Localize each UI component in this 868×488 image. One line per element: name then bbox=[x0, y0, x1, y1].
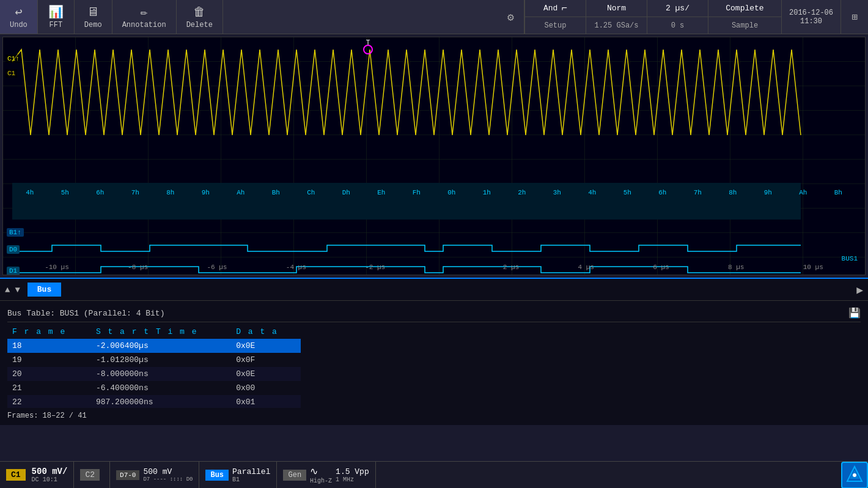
trigger-mode-label: Norm bbox=[607, 4, 626, 13]
bus-type: Parallel bbox=[232, 467, 270, 476]
cell-start-time: -2.006400µs bbox=[91, 339, 231, 353]
time-10: 10 µs bbox=[803, 264, 823, 271]
time-m4: -4 µs bbox=[286, 264, 306, 271]
bus-number: B1 bbox=[232, 476, 240, 483]
demo-icon: 🖥 bbox=[87, 5, 99, 20]
hex-4h2: 4h bbox=[588, 189, 596, 196]
trigger-type[interactable]: And ⌐ bbox=[525, 0, 586, 17]
svg-rect-3 bbox=[3, 37, 865, 275]
hex-7h: 7h bbox=[131, 189, 139, 196]
svg-point-11 bbox=[853, 473, 856, 477]
date-display: 2016-12-06 bbox=[789, 9, 833, 17]
gen-freq: 1 MHz bbox=[336, 476, 354, 483]
trigger-group: And ⌐ Setup bbox=[525, 0, 586, 34]
hex-8h2: 8h bbox=[729, 189, 737, 196]
fft-icon: 📊 bbox=[48, 4, 64, 20]
hex-3h: 3h bbox=[553, 189, 561, 196]
datetime-display: 2016-12-06 11:30 bbox=[782, 0, 841, 34]
acquisition-status[interactable]: Complete bbox=[708, 0, 781, 17]
cell-data: 0x0F bbox=[231, 353, 301, 367]
hex-fh: Fh bbox=[413, 189, 421, 196]
hex-1h: 1h bbox=[483, 189, 491, 196]
ch1-scale-label: C1↑ bbox=[6, 54, 21, 63]
trigger-mode[interactable]: Norm bbox=[586, 0, 647, 17]
hex-bh2: Bh bbox=[834, 189, 842, 196]
ch1-volts: 500 mV/ bbox=[32, 467, 68, 476]
cell-frame: 18 bbox=[7, 339, 91, 353]
time-offset: 0 s bbox=[647, 17, 708, 34]
status-bar: C1 500 mV/ DC 10:1 C2 D7-0 500 mV D7 ---… bbox=[0, 461, 868, 488]
svg-rect-5 bbox=[12, 183, 801, 220]
setup-label: Setup bbox=[544, 21, 566, 30]
panel-right-arrow[interactable]: ▶ bbox=[856, 283, 863, 297]
digital-status[interactable]: D7-0 500 mV D7 ---- ↕↕↕↕ D0 bbox=[110, 462, 199, 488]
status-label: Complete bbox=[726, 4, 763, 13]
time-div[interactable]: 2 µs/ bbox=[647, 0, 708, 17]
bus-status[interactable]: Bus Parallel B1 bbox=[199, 462, 277, 488]
frames-info: Frames: 18–22 / 41 bbox=[7, 408, 861, 423]
table-row[interactable]: 19 -1.012800µs 0x0F bbox=[7, 353, 301, 367]
annotation-label: Annotation bbox=[122, 21, 166, 29]
ch2-status[interactable]: C2 bbox=[74, 462, 110, 488]
ch2-badge: C2 bbox=[80, 469, 100, 481]
time-div-value: 2 µs/ bbox=[666, 4, 690, 13]
bus-table-title: Bus Table: BUS1 (Parallel: 4 Bit) 💾 bbox=[7, 303, 861, 322]
trigger-setup[interactable]: Setup bbox=[525, 17, 586, 34]
hex-bh: Bh bbox=[272, 189, 280, 196]
trigger-mode-group: Norm 1.25 GSa/s bbox=[586, 0, 647, 34]
save-icon[interactable]: 💾 bbox=[848, 307, 861, 319]
col-frame: F r a m e bbox=[7, 325, 91, 339]
bus-table-title-text: Bus Table: BUS1 (Parallel: 4 Bit) bbox=[7, 309, 164, 318]
ch1-ref-label: C1 bbox=[6, 69, 17, 78]
ch1-status[interactable]: C1 500 mV/ DC 10:1 bbox=[0, 462, 74, 488]
annotation-button[interactable]: ✏️ Annotation bbox=[112, 0, 177, 34]
time-axis: -10 µs -8 µs -6 µs -4 µs -2 µs 2 µs 4 µs… bbox=[3, 264, 865, 271]
bus-tab[interactable]: Bus bbox=[28, 283, 61, 297]
undo-button[interactable]: ↩ Undo bbox=[0, 0, 38, 34]
col-data: D a t a bbox=[231, 325, 301, 339]
undo-label: Undo bbox=[10, 21, 28, 29]
hex-0h: 0h bbox=[447, 189, 455, 196]
panel-up-arrow[interactable]: ▲ bbox=[5, 285, 10, 295]
hex-ah: Ah bbox=[237, 189, 245, 196]
panel-header: ▲ ▼ Bus ▶ bbox=[0, 279, 868, 301]
cell-frame: 19 bbox=[7, 353, 91, 367]
hex-9h: 9h bbox=[202, 189, 210, 196]
bus-table-body: 18 -2.006400µs 0x0E 19 -1.012800µs 0x0F … bbox=[7, 339, 301, 408]
gen-status[interactable]: Gen ∿ High-Z 1.5 Vpp 1 MHz bbox=[277, 462, 375, 488]
d-channels: D7 ---- ↕↕↕↕ D0 bbox=[143, 476, 193, 482]
cell-frame: 21 bbox=[7, 381, 91, 395]
hex-ch: Ch bbox=[307, 189, 315, 196]
cell-frame: 22 bbox=[7, 395, 91, 408]
gen-impedance: High-Z bbox=[310, 478, 332, 484]
demo-button[interactable]: 🖥 Demo bbox=[75, 0, 112, 34]
hex-6h2: 6h bbox=[658, 189, 666, 196]
top-controls: And ⌐ Setup Norm 1.25 GSa/s 2 µs/ 0 s bbox=[524, 0, 782, 34]
time-8: 8 µs bbox=[728, 264, 744, 271]
cell-data: 0x00 bbox=[231, 381, 301, 395]
ch1-badge: C1 bbox=[6, 469, 26, 481]
table-row[interactable]: 20 -8.000000ns 0x0E bbox=[7, 367, 301, 381]
table-row[interactable]: 22 987.200000ns 0x01 bbox=[7, 395, 301, 408]
table-row[interactable]: 18 -2.006400µs 0x0E bbox=[7, 339, 301, 353]
table-row[interactable]: 21 -6.400000ns 0x00 bbox=[7, 381, 301, 395]
panel-down-arrow[interactable]: ▼ bbox=[15, 285, 20, 295]
time-m10: -10 µs bbox=[45, 264, 69, 271]
time-2: 2 µs bbox=[503, 264, 519, 271]
bus-table-scroll[interactable]: F r a m e S t a r t T i m e D a t a 18 -… bbox=[7, 322, 301, 408]
gear-button[interactable]: ⚙ bbox=[498, 0, 524, 34]
fft-button[interactable]: 📊 FFT bbox=[38, 0, 75, 34]
col-start-time: S t a r t T i m e bbox=[91, 325, 231, 339]
time-6: 6 µs bbox=[653, 264, 669, 271]
delete-button[interactable]: 🗑 Delete bbox=[177, 0, 223, 34]
demo-label: Demo bbox=[84, 21, 102, 29]
time-offset-value: 0 s bbox=[671, 21, 685, 30]
d-badge: D7-0 bbox=[116, 470, 139, 480]
scope-display: T C1↑ C1 4h 5h 6h 7h 8h 9h Ah Bh Ch Dh E… bbox=[2, 37, 866, 275]
cell-data: 0x0E bbox=[231, 367, 301, 381]
undo-icon: ↩ bbox=[15, 4, 22, 20]
sample-rate: 1.25 GSa/s bbox=[586, 17, 647, 34]
fft-label: FFT bbox=[50, 21, 63, 29]
hex-9h2: 9h bbox=[764, 189, 772, 196]
cell-data: 0x0E bbox=[231, 339, 301, 353]
